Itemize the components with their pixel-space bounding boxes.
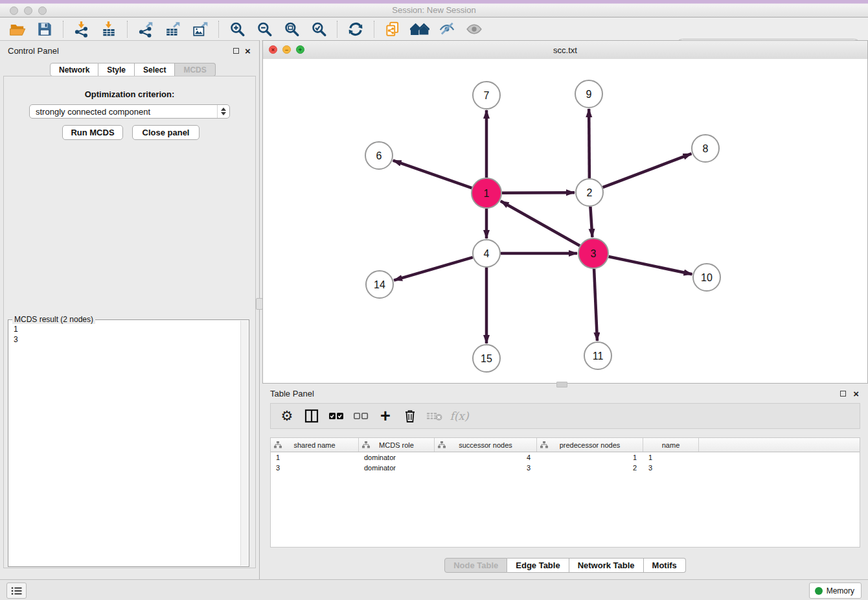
zoom-fit-icon[interactable] xyxy=(282,20,301,38)
table-cell[interactable]: 1 xyxy=(271,454,359,461)
list-icon xyxy=(11,586,22,595)
graph-edge-2-8[interactable] xyxy=(603,154,692,187)
tab-network[interactable]: Network xyxy=(50,63,98,76)
export-image-icon[interactable] xyxy=(190,20,210,38)
control-panel-title: Control Panel xyxy=(8,46,59,56)
table-panel-float-icon[interactable] xyxy=(840,391,846,397)
zoom-selected-icon[interactable] xyxy=(309,20,328,38)
show-column-icon[interactable] xyxy=(302,406,321,426)
table-cell[interactable]: 1 xyxy=(537,454,643,461)
panel-divider[interactable] xyxy=(259,40,262,579)
graph-node-label: 10 xyxy=(701,272,713,283)
mcds-result-list: 1 3 xyxy=(14,324,18,345)
export-table-icon[interactable] xyxy=(163,20,183,38)
import-network-icon[interactable] xyxy=(72,20,91,38)
result-scrollbar[interactable] xyxy=(240,321,248,566)
zoom-in-icon[interactable] xyxy=(227,20,247,38)
table-cell[interactable]: dominator xyxy=(359,454,435,461)
column-header-shared-name[interactable]: shared name xyxy=(271,438,359,452)
control-panel-float-icon[interactable] xyxy=(233,48,239,54)
graph-node-label: 11 xyxy=(593,351,604,362)
tab-style[interactable]: Style xyxy=(98,63,135,76)
task-history-button[interactable] xyxy=(6,583,27,599)
graph-edge-4-14[interactable] xyxy=(394,257,473,280)
hide-selected-icon[interactable] xyxy=(437,20,457,38)
network-view-window: × – + scc.txt 7968124314101511 xyxy=(262,40,868,384)
save-session-icon[interactable] xyxy=(35,20,54,38)
tab-motifs[interactable]: Motifs xyxy=(644,558,686,573)
tab-select[interactable]: Select xyxy=(135,63,175,76)
tab-node-table[interactable]: Node Table xyxy=(444,558,507,573)
graph-node-label: 2 xyxy=(587,187,593,198)
graph-edge-2-3[interactable] xyxy=(590,207,592,237)
graph-node-label: 1 xyxy=(484,188,490,199)
column-header-name[interactable]: name xyxy=(643,438,699,452)
deselect-all-icon[interactable] xyxy=(351,406,371,426)
dropdown-selected-value: strongly connected component xyxy=(30,107,217,117)
graph-node-label: 6 xyxy=(376,150,382,161)
graph-node-label: 4 xyxy=(484,248,490,259)
run-mcds-button[interactable]: Run MCDS xyxy=(62,125,123,140)
graph-edge-2-9[interactable] xyxy=(589,109,589,178)
mcds-result-title: MCDS result (2 nodes) xyxy=(12,315,95,324)
window-title: Session: New Session xyxy=(0,5,868,15)
graph-edge-1-6[interactable] xyxy=(393,161,472,188)
show-all-icon[interactable] xyxy=(464,20,484,38)
close-panel-button[interactable]: Close panel xyxy=(132,125,200,140)
table-panel-title: Table Panel xyxy=(270,389,314,398)
memory-label: Memory xyxy=(827,586,854,595)
graph-edge-3-11[interactable] xyxy=(594,269,597,341)
table-row[interactable]: 1 dominator 4 1 1 xyxy=(271,452,860,463)
refresh-icon[interactable] xyxy=(346,20,365,38)
clone-network-icon[interactable] xyxy=(383,20,402,38)
table-cell[interactable]: 3 xyxy=(643,464,699,472)
delete-table-icon[interactable] xyxy=(425,406,444,426)
mcds-result-node: 3 xyxy=(14,334,18,345)
settings-gear-icon[interactable]: ⚙ xyxy=(277,406,297,426)
table-panel-close-icon[interactable]: × xyxy=(853,391,859,397)
table-tabs: Node Table Edge Table Network Table Moti… xyxy=(262,558,868,573)
function-builder-icon[interactable]: f(x) xyxy=(450,406,469,426)
graph-edge-3-10[interactable] xyxy=(608,257,692,274)
table-cell[interactable]: dominator xyxy=(359,464,435,472)
control-panel-close-icon[interactable]: × xyxy=(245,48,251,54)
graph-node-label: 7 xyxy=(484,90,490,101)
column-header-predecessor-nodes[interactable]: predecessor nodes xyxy=(537,438,643,452)
graph-node-label: 14 xyxy=(374,279,385,290)
add-row-icon[interactable]: + xyxy=(376,406,395,426)
tab-network-table[interactable]: Network Table xyxy=(569,558,644,573)
column-header-successor-nodes[interactable]: successor nodes xyxy=(435,438,537,452)
select-all-icon[interactable] xyxy=(326,406,346,426)
main-titlebar: Session: New Session xyxy=(0,0,868,17)
graph-node-label: 8 xyxy=(703,143,709,154)
hierarchy-icon xyxy=(438,441,446,448)
table-row[interactable]: 3 dominator 3 2 3 xyxy=(271,463,860,473)
main-toolbar xyxy=(0,17,868,41)
hierarchy-icon xyxy=(362,441,370,448)
optimization-criterion-select[interactable]: strongly connected component xyxy=(29,104,230,119)
open-session-icon[interactable] xyxy=(8,20,27,38)
table-cell[interactable]: 2 xyxy=(537,464,643,472)
network-window-titlebar[interactable]: × – + scc.txt xyxy=(263,41,867,60)
table-cell[interactable]: 3 xyxy=(271,464,359,472)
mcds-result-box: MCDS result (2 nodes) 1 3 xyxy=(8,319,249,567)
export-network-icon[interactable] xyxy=(136,20,155,38)
table-cell[interactable]: 1 xyxy=(643,454,699,461)
table-cell[interactable]: 3 xyxy=(435,464,537,472)
graph-edge-3-1[interactable] xyxy=(501,201,580,246)
table-cell[interactable]: 4 xyxy=(435,454,537,461)
graph-edge-1-2[interactable] xyxy=(502,192,575,193)
network-canvas[interactable]: 7968124314101511 xyxy=(263,59,867,383)
column-header-mcds-role[interactable]: MCDS role xyxy=(359,438,435,452)
node-table: shared name MCDS role successor nodes pr… xyxy=(270,437,860,548)
import-table-icon[interactable] xyxy=(99,20,119,38)
table-toolbar: ⚙ + f(x) xyxy=(270,403,860,429)
memory-button[interactable]: Memory xyxy=(809,583,862,599)
tab-edge-table[interactable]: Edge Table xyxy=(507,558,569,573)
home-icon[interactable] xyxy=(410,20,429,38)
network-graph[interactable]: 7968124314101511 xyxy=(263,59,867,383)
tab-mcds[interactable]: MCDS xyxy=(175,63,215,76)
delete-row-icon[interactable] xyxy=(400,406,420,426)
zoom-out-icon[interactable] xyxy=(255,20,274,38)
control-panel-tabs: Network Style Select MCDS xyxy=(50,63,216,76)
